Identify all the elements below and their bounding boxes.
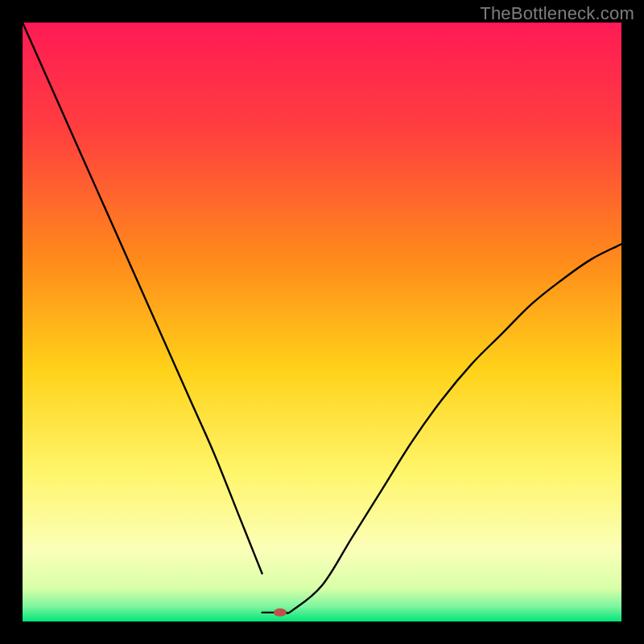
chart-frame: TheBottleneck.com <box>0 0 644 644</box>
plot-area <box>23 23 621 621</box>
optimal-point-marker <box>274 609 287 617</box>
watermark-text: TheBottleneck.com <box>480 3 634 24</box>
chart-svg <box>23 23 621 621</box>
gradient-background <box>23 23 621 621</box>
